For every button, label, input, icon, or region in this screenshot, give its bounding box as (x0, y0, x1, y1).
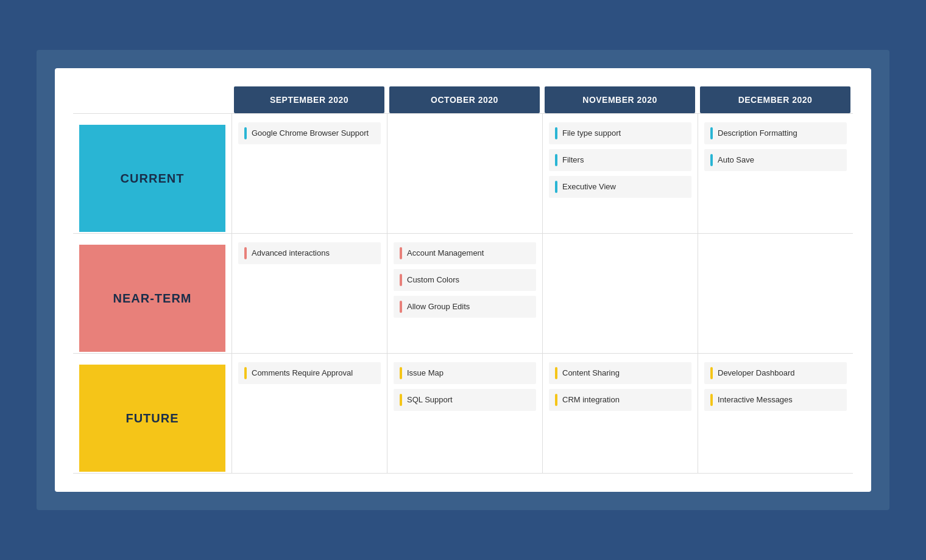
feature-custom-colors: Custom Colors (394, 269, 536, 291)
cell-near-dec (698, 234, 853, 353)
accent-blue-icon3 (555, 154, 557, 166)
feature-dev-dashboard-text: Developer Dashboard (718, 368, 794, 379)
feature-google-chrome-text: Google Chrome Browser Support (252, 128, 369, 139)
col-header-oct: OCTOBER 2020 (389, 86, 540, 113)
feature-file-type-text: File type support (562, 128, 621, 139)
cell-near-oct: Account Management Custom Colors Allow G… (387, 234, 542, 353)
feature-account-mgmt-text: Account Management (407, 248, 484, 259)
feature-adv-interactions-text: Advanced interactions (252, 248, 330, 259)
cell-near-nov (542, 234, 698, 353)
feature-issue-map-text: Issue Map (407, 368, 444, 379)
accent-yellow-icon7 (710, 394, 713, 406)
cell-future-nov: Content Sharing CRM integration (542, 354, 698, 473)
cell-near-sep: Advanced interactions (231, 234, 387, 353)
feature-allow-group: Allow Group Edits (394, 296, 536, 318)
row-future: FUTURE Comments Require Approval Issue M… (73, 353, 853, 474)
white-board: SEPTEMBER 2020 OCTOBER 2020 NOVEMBER 202… (55, 68, 871, 492)
row-near-label: NEAR-TERM (113, 292, 192, 306)
feature-sql-support: SQL Support (394, 389, 536, 411)
feature-filters-text: Filters (562, 155, 584, 166)
cell-future-dec: Developer Dashboard Interactive Messages (698, 354, 853, 473)
row-label-future-cell: FUTURE (73, 354, 231, 473)
feature-interactive-msgs: Interactive Messages (704, 389, 847, 411)
feature-issue-map: Issue Map (394, 362, 536, 384)
feature-crm-integration: CRM integration (549, 389, 691, 411)
feature-adv-interactions: Advanced interactions (238, 242, 381, 264)
accent-yellow-icon5 (555, 394, 557, 406)
accent-pink-icon3 (400, 274, 402, 286)
feature-filters: Filters (549, 149, 691, 171)
feature-content-sharing-text: Content Sharing (562, 368, 620, 379)
cell-future-sep: Comments Require Approval (231, 354, 387, 473)
feature-account-mgmt: Account Management (394, 242, 536, 264)
feature-google-chrome: Google Chrome Browser Support (238, 122, 381, 144)
cell-future-oct: Issue Map SQL Support (387, 354, 542, 473)
col-header-dec: DECEMBER 2020 (700, 86, 850, 113)
accent-yellow-icon4 (555, 367, 557, 379)
accent-pink-icon4 (400, 301, 402, 313)
accent-pink-icon2 (400, 247, 402, 259)
cell-current-nov: File type support Filters Executive View (542, 114, 698, 233)
accent-yellow-icon (244, 367, 247, 379)
feature-comments-approve-text: Comments Require Approval (252, 368, 353, 379)
row-near-term: NEAR-TERM Advanced interactions Account … (73, 233, 853, 353)
feature-executive-view: Executive View (549, 176, 691, 198)
header-row: SEPTEMBER 2020 OCTOBER 2020 NOVEMBER 202… (73, 86, 853, 113)
feature-executive-view-text: Executive View (562, 182, 616, 192)
cell-current-dec: Description Formatting Auto Save (698, 114, 853, 233)
accent-blue-icon2 (555, 127, 557, 139)
accent-yellow-icon3 (400, 394, 402, 406)
feature-crm-text: CRM integration (562, 395, 620, 405)
accent-blue-icon (244, 127, 247, 139)
feature-file-type: File type support (549, 122, 691, 144)
feature-desc-fmt-text: Description Formatting (718, 128, 797, 139)
feature-interactive-msgs-text: Interactive Messages (718, 395, 793, 405)
feature-comments-approve: Comments Require Approval (238, 362, 381, 384)
feature-auto-save: Auto Save (704, 149, 847, 171)
row-current-label: CURRENT (121, 172, 185, 186)
feature-content-sharing: Content Sharing (549, 362, 691, 384)
row-label-future: FUTURE (79, 365, 225, 472)
accent-yellow-icon2 (400, 367, 402, 379)
col-header-sep: SEPTEMBER 2020 (234, 86, 384, 113)
row-current: CURRENT Google Chrome Browser Support Fi… (73, 113, 853, 233)
accent-blue-icon5 (710, 127, 713, 139)
cell-current-oct (387, 114, 542, 233)
accent-blue-icon4 (555, 181, 557, 193)
feature-dev-dashboard: Developer Dashboard (704, 362, 847, 384)
feature-sql-support-text: SQL Support (407, 395, 453, 405)
cell-current-sep: Google Chrome Browser Support (231, 114, 387, 233)
feature-custom-colors-text: Custom Colors (407, 275, 459, 285)
accent-pink-icon (244, 247, 247, 259)
row-label-current-cell: CURRENT (73, 114, 231, 233)
col-header-nov: NOVEMBER 2020 (545, 86, 695, 113)
accent-yellow-icon6 (710, 367, 713, 379)
feature-desc-fmt: Description Formatting (704, 122, 847, 144)
header-empty-cell (73, 86, 231, 113)
row-label-near: NEAR-TERM (79, 245, 225, 352)
feature-auto-save-text: Auto Save (718, 155, 754, 166)
feature-allow-group-text: Allow Group Edits (407, 302, 470, 312)
accent-blue-icon6 (710, 154, 713, 166)
row-label-near-cell: NEAR-TERM (73, 234, 231, 353)
row-future-label: FUTURE (125, 411, 178, 425)
row-label-current: CURRENT (79, 125, 225, 232)
outer-container: SEPTEMBER 2020 OCTOBER 2020 NOVEMBER 202… (37, 50, 889, 510)
